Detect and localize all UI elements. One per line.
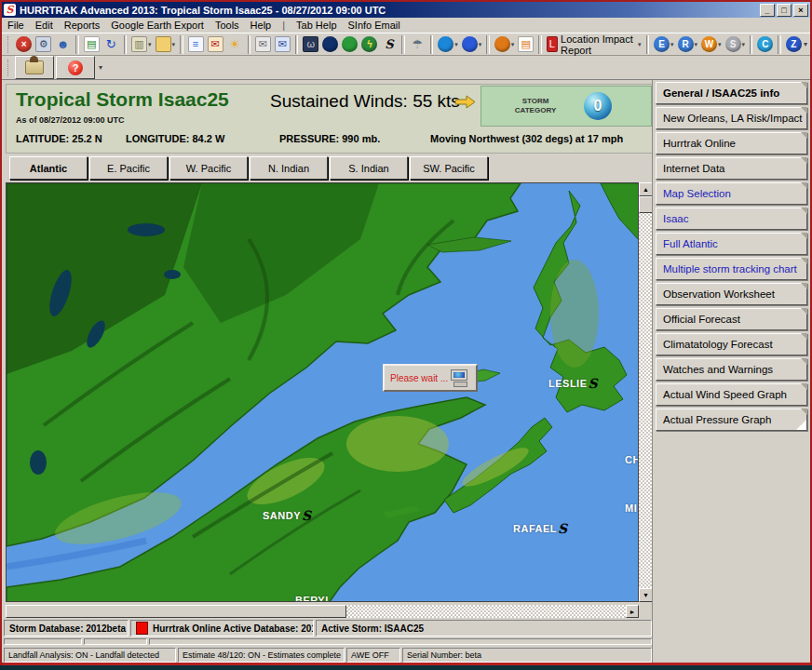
sidebar-item-watches-and-warnings[interactable]: Watches and Warnings xyxy=(656,358,807,381)
cat-icon: ω xyxy=(303,36,318,52)
doc-orange-button[interactable]: ▤ xyxy=(517,34,535,55)
r-report-icon: R xyxy=(678,36,694,52)
status-strip-1 xyxy=(4,638,82,645)
toolbar-separator xyxy=(750,35,752,54)
folder-button[interactable]: ▾ xyxy=(155,34,177,55)
sidebar-item-observation-worksheet[interactable]: Observation Worksheet xyxy=(656,283,807,305)
app-window: S HURRTRAK Advanced 2013: Tropical Storm… xyxy=(0,0,812,670)
sidebar-item-new-orleans-la-risk-impact[interactable]: New Orleans, LA Risk/Impact xyxy=(656,107,807,129)
sidebar-item-climatatology-forecast[interactable]: Climatatology Forecast xyxy=(656,333,807,355)
status-red-indicator xyxy=(136,622,148,635)
dropdown-caret-icon: ▾ xyxy=(695,41,698,48)
world-globe-button[interactable] xyxy=(341,34,359,55)
title-bar: S HURRTRAK Advanced 2013: Tropical Storm… xyxy=(2,2,810,18)
sun-icon: ☀ xyxy=(227,36,243,52)
close-button[interactable]: × xyxy=(15,34,33,55)
menu-item-tools[interactable]: Tools xyxy=(210,20,245,31)
c-report-button[interactable]: C xyxy=(756,34,774,55)
scroll-right-icon[interactable]: ► xyxy=(626,605,639,618)
sidebar-item-map-selection[interactable]: Map Selection xyxy=(656,182,807,205)
mail-print-button[interactable]: ✉ xyxy=(254,34,272,55)
orange-globe-button[interactable]: ▾ xyxy=(494,34,516,55)
swirl-globe-button[interactable]: ▾ xyxy=(437,34,459,55)
mail-send-button[interactable]: ✉ xyxy=(274,34,291,55)
document-button[interactable]: ≡ xyxy=(187,34,205,55)
scroll-up-icon[interactable]: ▲ xyxy=(639,182,653,196)
sidebar-item-actual-pressure-graph[interactable]: Actual Pressure Graph xyxy=(656,409,807,431)
menu-item-sinfo-email[interactable]: SInfo Email xyxy=(343,20,406,31)
menu-item-google-earth-export[interactable]: Google Earth Export xyxy=(105,20,210,31)
computer-icon xyxy=(450,368,470,387)
cat-button[interactable]: ω xyxy=(302,34,319,55)
desktop-edge xyxy=(0,665,812,670)
toolbar2-overflow-icon[interactable]: ▾ xyxy=(99,63,102,72)
dropdown-caret-icon: ▾ xyxy=(670,41,674,48)
storm-header: Tropical Storm Isaac25 As of 08/27/2012 … xyxy=(6,84,653,154)
dropdown-caret-icon: ▾ xyxy=(742,41,746,48)
doc-orange-icon: ▤ xyxy=(518,36,534,52)
tab-s-indian[interactable]: S. Indian xyxy=(330,156,408,180)
hscroll-thumb[interactable] xyxy=(6,605,346,618)
sidebar-item-isaac[interactable]: Isaac xyxy=(656,208,807,230)
maximize-button[interactable]: □ xyxy=(777,4,792,17)
sidebar-item-hurrtrak-online[interactable]: Hurrtrak Online xyxy=(656,132,807,154)
hurricane-symbol-button[interactable]: S xyxy=(380,34,398,55)
stamp-button[interactable] xyxy=(15,56,54,79)
sidebar-item-official-forecast[interactable]: Official Forecast xyxy=(656,308,807,330)
database-button[interactable]: ▥▾ xyxy=(130,34,153,55)
tab-sw-pacific[interactable]: SW. Pacific xyxy=(410,156,488,180)
storm-label-sandy: SANDYS xyxy=(263,508,312,523)
scroll-down-icon[interactable]: ▼ xyxy=(639,588,653,602)
e-report-button[interactable]: E▾ xyxy=(653,34,675,55)
globe-bolt-button[interactable]: ϟ xyxy=(360,34,378,55)
rain-icon: ☂ xyxy=(410,36,426,52)
system-config-button[interactable]: ⚙ xyxy=(34,34,52,55)
tab-n-indian[interactable]: N. Indian xyxy=(250,156,328,180)
sidebar-item-full-atlantic[interactable]: Full Atlantic xyxy=(656,233,807,255)
help-button[interactable]: ? xyxy=(56,56,95,79)
menu-item-tab-help[interactable]: Tab Help xyxy=(291,20,342,31)
map-horizontal-scrollbar[interactable]: ► xyxy=(6,605,639,618)
rain-button[interactable]: ☂ xyxy=(409,34,426,55)
tab-atlantic[interactable]: Atlantic xyxy=(9,156,88,180)
menu-item-file[interactable]: File xyxy=(2,20,30,31)
menu-item-edit[interactable]: Edit xyxy=(30,20,59,31)
tab-e-pacific[interactable]: E. Pacific xyxy=(89,156,168,180)
google-earth-button[interactable]: ▾ xyxy=(461,34,483,55)
r-report-button[interactable]: R▾ xyxy=(677,34,699,55)
status-storm-database: Storm Database: 2012beta xyxy=(4,620,129,636)
menu-item-reports[interactable]: Reports xyxy=(59,20,106,31)
noaa-globe-icon xyxy=(322,36,338,52)
tab-w-pacific[interactable]: W. Pacific xyxy=(169,156,248,180)
s-report-button[interactable]: S▾ xyxy=(724,34,747,55)
w-report-button[interactable]: W▾ xyxy=(700,34,723,55)
location-impact-button[interactable]: LLocation Impact Report▾ xyxy=(546,34,643,55)
toolbar-main: ×⚙☻▤↻▥▾▾≡✉☀✉✉ωϟS☂▾▾▾▤LLocation Impact Re… xyxy=(2,33,810,56)
minimize-button[interactable]: _ xyxy=(760,4,775,17)
map-vertical-scrollbar[interactable]: ▲ ▼ xyxy=(639,182,653,602)
map-canvas[interactable]: Please wait ... LESLIESSANDYSRAFAELSBERY… xyxy=(6,182,639,602)
noaa-globe-button[interactable] xyxy=(321,34,339,55)
close-button[interactable]: × xyxy=(793,4,808,17)
dropdown-caret-icon: ▾ xyxy=(479,41,482,48)
sidebar-item-general-isaac25-info[interactable]: General / ISAAC25 info xyxy=(656,82,807,104)
z-report-button[interactable]: Z xyxy=(785,34,803,55)
menu-item-help[interactable]: Help xyxy=(245,20,277,31)
dropdown-caret-icon: ▾ xyxy=(718,41,722,48)
toolbar-separator xyxy=(75,35,78,54)
sidebar-item-multiple-storm-tracking-chart[interactable]: Multiple storm tracking chart xyxy=(656,258,807,280)
refresh-button[interactable]: ↻ xyxy=(102,34,120,55)
toolbar-overflow-icon[interactable]: ▾ xyxy=(804,40,810,48)
report-list-button[interactable]: ▤ xyxy=(83,34,101,55)
google-earth-icon xyxy=(462,36,478,52)
sidebar-item-actual-wind-speed-graph[interactable]: Actual Wind Speed Graph xyxy=(656,383,807,406)
mail-alert-button[interactable]: ✉ xyxy=(207,34,224,55)
folder-icon xyxy=(156,36,171,52)
user-button[interactable]: ☻ xyxy=(54,34,72,55)
storm-category-label: STORMCATEGORY xyxy=(498,97,573,115)
sun-button[interactable]: ☀ xyxy=(226,34,244,55)
vscroll-thumb[interactable] xyxy=(639,196,653,213)
sidebar-item-internet-data[interactable]: Internet Data xyxy=(656,157,807,180)
please-wait-dialog: Please wait ... xyxy=(383,364,478,392)
storm-name: Tropical Storm Isaac25 xyxy=(16,88,229,111)
